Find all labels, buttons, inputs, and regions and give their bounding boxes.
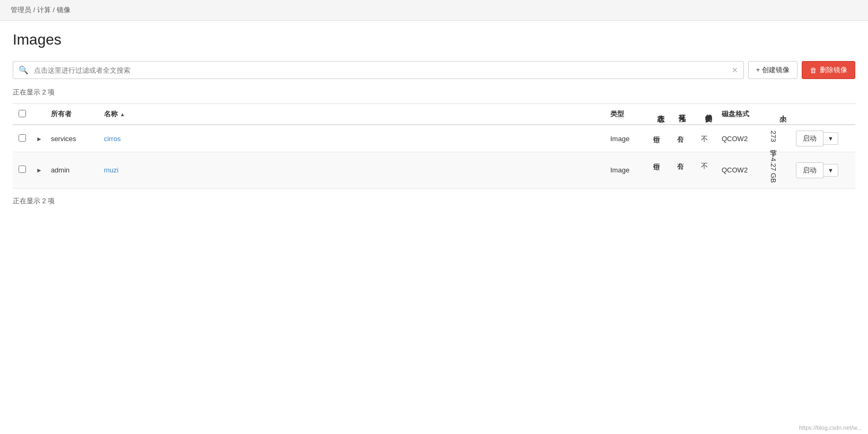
breadcrumb-bar: 管理员 / 计算 / 镜像: [0, 0, 868, 21]
footer-count-label: 正在显示 2 项: [13, 196, 855, 206]
row-protected: 不: [691, 125, 717, 152]
search-input[interactable]: [34, 66, 726, 74]
row-visibility: 公有: [670, 152, 691, 189]
row-type: Image: [606, 152, 643, 189]
row-actions: 启动 ▼: [792, 152, 855, 189]
create-image-label: + 创建镜像: [756, 65, 790, 75]
select-all-checkbox[interactable]: [19, 110, 26, 117]
row-type: Image: [606, 125, 643, 152]
row-checkbox[interactable]: [19, 166, 26, 173]
th-format: 磁盘格式: [717, 104, 755, 125]
row-status: 运行中: [643, 152, 670, 189]
search-icon: 🔍: [13, 65, 34, 75]
row-checkbox-cell: [13, 125, 32, 152]
row-action-dropdown[interactable]: ▼: [823, 132, 838, 145]
row-name-link[interactable]: muzi: [104, 166, 118, 174]
row-size: 4.27 GB: [755, 152, 792, 189]
row-actions: 启动 ▼: [792, 125, 855, 152]
expand-icon[interactable]: ►: [36, 135, 42, 143]
row-visibility: 公有: [670, 125, 691, 152]
th-size: 大小: [755, 104, 792, 125]
th-actions: [792, 104, 855, 125]
breadcrumb-sep-1: /: [33, 6, 37, 14]
row-name-link[interactable]: cirros: [104, 135, 121, 143]
breadcrumb-admin: 管理员: [11, 6, 31, 14]
row-owner: admin: [47, 152, 100, 189]
row-size: 273 字节: [755, 125, 792, 152]
count-label: 正在显示 2 项: [13, 88, 855, 97]
row-action-button[interactable]: 启动: [796, 131, 823, 146]
row-action-button[interactable]: 启动: [796, 162, 823, 178]
search-wrapper: 🔍 ✕: [13, 61, 744, 79]
table-row: ► admin muzi Image 运行中 公有 不 QCOW2 4.27 G…: [13, 152, 855, 189]
th-name[interactable]: 名称 ▲: [100, 104, 606, 125]
th-type: 类型: [606, 104, 643, 125]
breadcrumb-images: 镜像: [57, 6, 71, 14]
row-name: cirros: [100, 125, 606, 152]
delete-icon: 🗑: [810, 66, 817, 74]
row-owner: services: [47, 125, 100, 152]
row-action-dropdown[interactable]: ▼: [823, 164, 838, 177]
delete-image-label: 删除镜像: [820, 65, 847, 75]
breadcrumb-sep-2: /: [52, 6, 56, 14]
delete-image-button[interactable]: 🗑 删除镜像: [802, 61, 855, 79]
table-row: ► services cirros Image 运行中 公有 不 QCOW2 2…: [13, 125, 855, 152]
search-clear-icon[interactable]: ✕: [726, 66, 743, 74]
row-status: 运行中: [643, 125, 670, 152]
row-checkbox[interactable]: [19, 134, 26, 142]
row-format: QCOW2: [717, 125, 755, 152]
row-checkbox-cell: [13, 152, 32, 189]
th-protected: 受保护的: [691, 104, 717, 125]
create-image-button[interactable]: + 创建镜像: [748, 61, 797, 79]
toolbar: 🔍 ✕ + 创建镜像 🗑 删除镜像: [13, 61, 855, 79]
sort-arrow-icon: ▲: [120, 111, 125, 117]
page-title: Images: [13, 31, 855, 48]
th-owner: 所有者: [47, 104, 100, 125]
row-expand-cell: ►: [32, 152, 47, 189]
breadcrumb-compute: 计算: [37, 6, 51, 14]
row-protected: 不: [691, 152, 717, 189]
expand-icon[interactable]: ►: [36, 167, 42, 174]
row-name: muzi: [100, 152, 606, 189]
th-visibility: 可见性: [670, 104, 691, 125]
images-table: 所有者 名称 ▲ 类型 状态态 可见性 受保护的: [13, 103, 855, 189]
row-format: QCOW2: [717, 152, 755, 189]
th-expand: [32, 104, 47, 125]
row-expand-cell: ►: [32, 125, 47, 152]
th-status: 状态态: [643, 104, 670, 125]
